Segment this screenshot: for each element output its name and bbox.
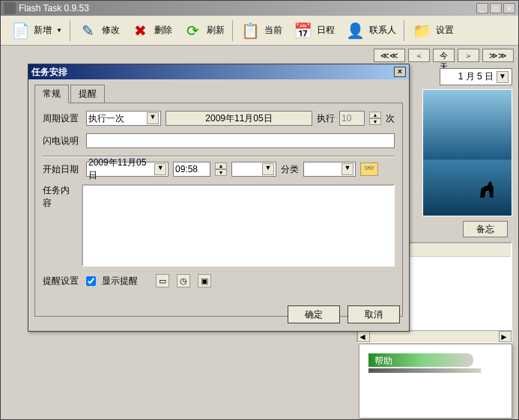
main-window: Flash Task 0.9.53 _ □ × 📄 新增▼ ✎ 修改 ✖ 删除 … <box>0 0 519 420</box>
toolbar-contacts[interactable]: 👤 联系人 <box>341 19 401 43</box>
toolbar-delete-label: 删除 <box>154 24 172 37</box>
start-time-input[interactable]: 09:58 <box>173 162 210 177</box>
cancel-button[interactable]: 取消 <box>347 305 400 323</box>
clock-icon[interactable]: ◷ <box>177 274 190 287</box>
help-tooltip: 帮助 <box>359 344 512 419</box>
dialog-title: 任务安排 <box>31 66 67 79</box>
toolbar-delete[interactable]: ✖ 删除 <box>126 19 177 43</box>
category-combo[interactable]: ▼ <box>303 162 356 177</box>
period-combo[interactable]: 执行一次 ▼ <box>86 111 161 126</box>
close-button[interactable]: × <box>503 3 515 13</box>
exec-count-input: 10 <box>339 111 365 126</box>
clipboard-icon: 📋 <box>240 20 261 41</box>
toolbar-edit[interactable]: ✎ 修改 <box>73 19 124 43</box>
time-spinner[interactable]: ▲ ▼ <box>215 162 227 176</box>
toolbar-new-label: 新增 <box>34 24 52 37</box>
label-start-date: 开始日期 <box>43 163 82 176</box>
show-remind-checkbox[interactable] <box>86 276 96 286</box>
label-category: 分类 <box>281 163 299 176</box>
cal-first-button[interactable]: ≪≪ <box>374 49 405 62</box>
task-content-textarea[interactable] <box>82 184 395 267</box>
delete-icon: ✖ <box>130 20 151 41</box>
show-remind-label: 显示提醒 <box>102 275 138 287</box>
flash-desc-input[interactable] <box>86 133 395 148</box>
toolbar-contacts-label: 联系人 <box>369 24 396 37</box>
toolbar-current-label: 当前 <box>264 24 282 37</box>
dropdown-icon: ▼ <box>56 27 62 34</box>
help-label: 帮助 <box>374 356 392 366</box>
extra-combo[interactable]: ▼ <box>231 162 276 177</box>
date-combo[interactable]: 1 月 5 日 ▼ <box>440 68 512 85</box>
ok-button[interactable]: 确定 <box>288 305 340 323</box>
calendar-nav: ≪≪ ＜ 今天 ＞ ≫≫ <box>374 49 512 62</box>
dialog-close-button[interactable]: × <box>394 67 406 77</box>
toolbar-current[interactable]: 📋 当前 <box>236 19 287 43</box>
horizontal-scrollbar[interactable]: ◄ ► <box>356 330 512 343</box>
minimize-button[interactable]: _ <box>476 3 488 13</box>
start-date-value: 2009年11月05日 <box>88 156 154 182</box>
maximize-button[interactable]: □ <box>490 3 502 13</box>
toolbar-refresh[interactable]: ⟳ 刷新 <box>178 19 229 43</box>
spin-up-icon[interactable]: ▲ <box>369 112 381 118</box>
chevron-down-icon: ▼ <box>154 163 166 175</box>
memo-button[interactable]: 备忘 <box>463 221 508 237</box>
cal-today-button[interactable]: 今天 <box>433 49 455 62</box>
toolbar-settings[interactable]: 📁 设置 <box>407 19 458 43</box>
spin-down-icon[interactable]: ▼ <box>215 169 227 176</box>
folder-icon: 📁 <box>412 20 433 41</box>
date-combo-value: 1 月 5 日 <box>458 70 494 83</box>
label-content: 任务内容 <box>43 184 77 210</box>
help-bar[interactable]: 帮助 <box>368 353 473 367</box>
cal-last-button[interactable]: ≫≫ <box>482 49 514 62</box>
horse-silhouette <box>476 175 498 198</box>
app-title: Flash Task 0.9.53 <box>19 3 89 13</box>
titlebar: Flash Task 0.9.53 _ □ × <box>1 1 518 16</box>
tab-general[interactable]: 常规 <box>34 85 69 103</box>
toolbar-schedule-label: 日程 <box>317 24 335 37</box>
label-remind-setting: 提醒设置 <box>43 275 82 287</box>
toolbar: 📄 新增▼ ✎ 修改 ✖ 删除 ⟳ 刷新 📋 当前 📅 日程 👤 联系人 <box>1 16 518 46</box>
start-date-combo[interactable]: 2009年11月05日 ▼ <box>86 162 169 177</box>
browse-icon[interactable]: 👓 <box>360 162 378 176</box>
tab-remind[interactable]: 提醒 <box>70 85 105 103</box>
task-dialog: 任务安排 × 常规 提醒 周期设置 执行一次 ▼ 2009年11月05日 执行 … <box>28 64 410 332</box>
center-date-display: 2009年11月05日 <box>166 111 312 126</box>
help-shadow <box>368 368 481 373</box>
toolbar-refresh-label: 刷新 <box>207 24 225 37</box>
dialog-titlebar: 任务安排 × <box>28 64 409 79</box>
exec-count-value: 10 <box>342 113 351 124</box>
toolbar-new[interactable]: 📄 新增▼ <box>5 19 67 43</box>
toolbar-edit-label: 修改 <box>102 24 120 37</box>
window-icon[interactable]: ▭ <box>156 274 169 287</box>
photo-preview <box>422 89 512 216</box>
app-icon <box>4 2 16 14</box>
chevron-down-icon: ▼ <box>342 163 353 175</box>
period-value: 执行一次 <box>88 112 124 125</box>
spin-up-icon[interactable]: ▲ <box>215 162 227 169</box>
start-time-value: 09:58 <box>175 164 198 174</box>
chevron-down-icon: ▼ <box>147 112 159 124</box>
label-period: 周期设置 <box>43 112 82 125</box>
label-flash-desc: 闪电说明 <box>43 135 82 147</box>
label-exec: 执行 <box>317 112 335 125</box>
toolbar-schedule[interactable]: 📅 日程 <box>288 19 339 43</box>
edit-icon: ✎ <box>78 20 99 41</box>
cal-next-button[interactable]: ＞ <box>458 49 479 62</box>
tab-body: 周期设置 执行一次 ▼ 2009年11月05日 执行 10 ▲ ▼ 次 闪电说明 <box>34 103 403 317</box>
cal-prev-button[interactable]: ＜ <box>408 49 430 62</box>
contacts-icon: 👤 <box>345 20 366 41</box>
new-icon: 📄 <box>10 20 31 41</box>
monitor-icon[interactable]: ▣ <box>198 274 211 287</box>
label-times: 次 <box>386 112 395 125</box>
tab-strip: 常规 提醒 <box>28 79 409 103</box>
calendar-icon: 📅 <box>293 20 314 41</box>
toolbar-settings-label: 设置 <box>436 24 454 37</box>
dialog-buttons: 确定 取消 <box>288 305 400 323</box>
refresh-icon: ⟳ <box>183 20 204 41</box>
dropdown-arrow-icon: ▼ <box>497 71 509 83</box>
exec-count-spinner[interactable]: ▲ ▼ <box>369 112 381 125</box>
spin-down-icon[interactable]: ▼ <box>369 118 381 125</box>
chevron-down-icon: ▼ <box>262 163 274 175</box>
